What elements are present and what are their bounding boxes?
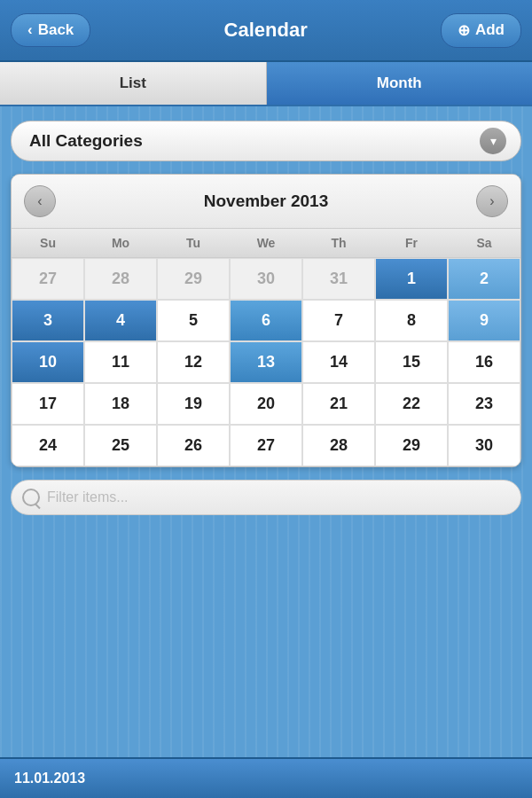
- calendar-next-button[interactable]: ›: [476, 185, 508, 217]
- cal-day-28-other[interactable]: 28: [84, 258, 157, 300]
- cal-day-1[interactable]: 1: [375, 258, 448, 300]
- cal-day-8[interactable]: 8: [375, 300, 448, 341]
- cal-day-3[interactable]: 3: [12, 300, 84, 341]
- prev-icon: ‹: [37, 193, 42, 209]
- header: ‹ Back Calendar ⊕ Add: [0, 0, 532, 62]
- cal-day-27[interactable]: 27: [230, 425, 302, 466]
- cal-day-12[interactable]: 12: [157, 341, 230, 383]
- cal-day-11[interactable]: 11: [84, 341, 157, 383]
- content-area: All Categories ▾ ‹ November 2013 › Su Mo…: [0, 106, 532, 529]
- cal-day-9[interactable]: 9: [448, 300, 520, 341]
- filter-placeholder: Filter items...: [47, 489, 129, 505]
- calendar-header: ‹ November 2013 ›: [12, 175, 520, 229]
- categories-dropdown[interactable]: All Categories ▾: [11, 121, 521, 161]
- back-icon: ‹: [27, 21, 33, 39]
- back-label: Back: [38, 21, 74, 39]
- add-label: Add: [475, 21, 505, 39]
- dow-su: Su: [12, 229, 84, 258]
- categories-label: All Categories: [29, 131, 143, 151]
- dow-mo: Mo: [84, 229, 157, 258]
- cal-day-27-other[interactable]: 27: [12, 258, 84, 300]
- search-icon: [22, 489, 40, 506]
- cal-day-18[interactable]: 18: [84, 383, 157, 425]
- dow-tu: Tu: [157, 229, 230, 258]
- tab-list[interactable]: List: [0, 62, 267, 105]
- cal-day-7[interactable]: 7: [302, 300, 375, 341]
- cal-day-5[interactable]: 5: [157, 300, 230, 341]
- tab-month[interactable]: Month: [267, 62, 533, 105]
- cal-day-20[interactable]: 20: [230, 383, 302, 425]
- dow-sa: Sa: [448, 229, 520, 258]
- cal-day-13[interactable]: 13: [230, 341, 302, 383]
- cal-day-19[interactable]: 19: [157, 383, 230, 425]
- cal-day-4[interactable]: 4: [84, 300, 157, 341]
- cal-day-31-other[interactable]: 31: [302, 258, 375, 300]
- add-button[interactable]: ⊕ Add: [441, 13, 521, 48]
- add-icon: ⊕: [458, 21, 470, 40]
- cal-day-29[interactable]: 29: [375, 425, 448, 466]
- next-icon: ›: [489, 193, 494, 209]
- dow-th: Th: [302, 229, 375, 258]
- bottom-item-text: 11.01.2013: [14, 771, 85, 786]
- cal-day-2[interactable]: 2: [448, 258, 520, 300]
- cal-day-28[interactable]: 28: [302, 425, 375, 466]
- calendar-prev-button[interactable]: ‹: [24, 185, 56, 217]
- dow-fr: Fr: [375, 229, 448, 258]
- cal-day-26[interactable]: 26: [157, 425, 230, 466]
- cal-day-16[interactable]: 16: [448, 341, 520, 383]
- calendar-grid: Su Mo Tu We Th Fr Sa: [12, 229, 520, 258]
- cal-day-24[interactable]: 24: [12, 425, 84, 466]
- cal-day-22[interactable]: 22: [375, 383, 448, 425]
- calendar-month-title: November 2013: [204, 192, 328, 211]
- cal-day-25[interactable]: 25: [84, 425, 157, 466]
- cal-day-6[interactable]: 6: [230, 300, 302, 341]
- cal-day-23[interactable]: 23: [448, 383, 520, 425]
- cal-day-30-other[interactable]: 30: [230, 258, 302, 300]
- bottom-item[interactable]: 11.01.2013: [0, 757, 532, 798]
- tab-bar: List Month: [0, 62, 532, 106]
- calendar-widget: ‹ November 2013 › Su Mo Tu We Th Fr Sa 2…: [11, 174, 521, 467]
- cal-day-15[interactable]: 15: [375, 341, 448, 383]
- cal-day-10[interactable]: 10: [12, 341, 84, 383]
- calendar-days: 2728293031123456789101112131415161718192…: [12, 258, 520, 466]
- dow-we: We: [230, 229, 302, 258]
- cal-day-14[interactable]: 14: [302, 341, 375, 383]
- page-title: Calendar: [224, 19, 308, 42]
- back-button[interactable]: ‹ Back: [11, 13, 90, 47]
- cal-day-30[interactable]: 30: [448, 425, 520, 466]
- cal-day-21[interactable]: 21: [302, 383, 375, 425]
- cal-day-17[interactable]: 17: [12, 383, 84, 425]
- filter-bar[interactable]: Filter items...: [11, 480, 521, 515]
- cal-day-29-other[interactable]: 29: [157, 258, 230, 300]
- chevron-down-icon: ▾: [480, 128, 506, 154]
